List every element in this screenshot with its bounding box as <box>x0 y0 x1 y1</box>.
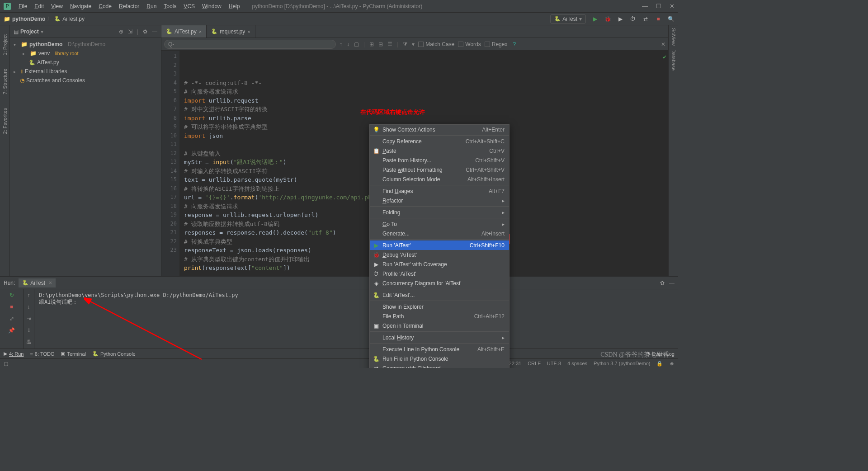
ctx-column-selection-mode[interactable]: Column Selection ModeAlt+Shift+Insert <box>370 174 509 184</box>
search-everywhere-icon[interactable]: 🔍 <box>667 15 675 23</box>
tree-external-libs[interactable]: ▸⫴ External Libraries <box>10 67 161 76</box>
stop-button[interactable]: ■ <box>655 15 662 23</box>
tree-scratches[interactable]: ◔ Scratches and Consoles <box>10 76 161 85</box>
ctx-generate-[interactable]: Generate...Alt+Insert <box>370 229 509 238</box>
run-settings-icon[interactable]: ✿ <box>660 280 665 286</box>
editor-tab-AiTest-py[interactable]: 🐍AiTest.py× <box>161 25 207 38</box>
next-match-icon[interactable]: ↓ <box>347 41 349 47</box>
menu-run[interactable]: Run <box>143 2 160 11</box>
tree-venv[interactable]: ▸📁 venv library root <box>10 49 161 58</box>
attach-button[interactable]: ⇄ <box>642 15 649 23</box>
find-input[interactable]: Q- <box>164 40 336 49</box>
ctx-run-aitest-[interactable]: ▶Run 'AiTest'Ctrl+Shift+F10 <box>370 240 509 250</box>
menu-code[interactable]: Code <box>95 2 115 11</box>
run-config-selector[interactable]: 🐍 AiTest ▾ <box>550 14 586 24</box>
rerun-icon[interactable]: ↻ <box>9 292 14 298</box>
add-selection-icon[interactable]: ⊞ <box>369 41 374 47</box>
settings-icon[interactable]: ✿ <box>143 28 147 35</box>
coverage-button[interactable]: ▶ <box>617 15 624 23</box>
status-square-icon[interactable]: ▢ <box>4 361 8 367</box>
soft-wrap-icon[interactable]: ⇥ <box>27 316 31 322</box>
maximize-button[interactable]: ☐ <box>656 3 661 9</box>
stop-process-icon[interactable]: ■ <box>10 304 13 310</box>
bottom-run[interactable]: ▶ 4: Run <box>4 351 24 357</box>
profile-button[interactable]: ⏱ <box>629 15 637 23</box>
find-help-icon[interactable]: ? <box>513 41 516 47</box>
menu-view[interactable]: View <box>48 2 66 11</box>
bottom-pyconsole[interactable]: 🐍 Python Console <box>92 351 136 357</box>
run-button[interactable]: ▶ <box>591 15 599 23</box>
menu-refactor[interactable]: Refactor <box>116 2 142 11</box>
ctx-go-to[interactable]: Go To▸ <box>370 219 509 229</box>
select-opened-icon[interactable]: ⊕ <box>119 28 123 35</box>
bottom-terminal[interactable]: ▣ Terminal <box>61 351 86 357</box>
ctx-folding[interactable]: Folding▸ <box>370 207 509 217</box>
ctx-show-context-actions[interactable]: 💡Show Context ActionsAlt+Enter <box>370 125 509 134</box>
run-hide-icon[interactable]: — <box>669 280 675 286</box>
line-ending[interactable]: CRLF <box>528 361 541 366</box>
close-button[interactable]: ✕ <box>670 3 675 9</box>
prev-match-icon[interactable]: ↑ <box>340 41 342 47</box>
file-encoding[interactable]: UTF-8 <box>547 361 561 366</box>
caret-position[interactable]: 22:31 <box>509 361 522 366</box>
regex-checkbox[interactable]: Regex <box>485 41 508 47</box>
minimize-button[interactable]: — <box>642 3 648 9</box>
tree-root[interactable]: ▾📁 pythonDemo D:\pythonDemo <box>10 40 161 49</box>
words-checkbox[interactable]: Words <box>458 41 481 47</box>
ctx-edit-aitest-[interactable]: 🐍Edit 'AiTest'... <box>370 290 509 300</box>
pin-icon[interactable]: 📌 <box>8 327 15 334</box>
tree-file-aitest[interactable]: 🐍 AiTest.py <box>10 58 161 67</box>
ctx-copy-reference[interactable]: Copy ReferenceCtrl+Alt+Shift+C <box>370 137 509 146</box>
breadcrumb-file[interactable]: AiTest.py <box>62 16 85 22</box>
select-all-occ-icon[interactable]: ☰ <box>387 41 392 47</box>
scroll-end-icon[interactable]: ⤓ <box>27 327 31 334</box>
funnel-icon[interactable]: ▾ <box>412 41 415 47</box>
ctx-paste[interactable]: 📋PasteCtrl+V <box>370 146 509 155</box>
filter-icon[interactable]: ⧩ <box>403 41 407 47</box>
ctx-concurrency-diagram-for-aitest-[interactable]: ◈Concurrency Diagram for 'AiTest' <box>370 278 509 288</box>
menu-file[interactable]: File <box>15 2 30 11</box>
menu-tools[interactable]: Tools <box>160 2 179 11</box>
ctx-run-aitest-with-coverage[interactable]: ▶Run 'AiTest' with Coverage <box>370 259 509 269</box>
ctx-debug-aitest-[interactable]: 🐞Debug 'AiTest' <box>370 250 509 259</box>
layout-icon[interactable]: ⤢ <box>9 316 14 322</box>
menu-edit[interactable]: Edit <box>31 2 47 11</box>
ctx-file-path[interactable]: File PathCtrl+Alt+F12 <box>370 311 509 321</box>
ctx-paste-from-history-[interactable]: Paste from History...Ctrl+Shift+V <box>370 155 509 165</box>
bottom-todo[interactable]: ≡ 6: TODO <box>30 351 54 357</box>
menu-navigate[interactable]: Navigate <box>67 2 94 11</box>
indent-info[interactable]: 4 spaces <box>567 361 587 366</box>
expand-all-icon[interactable]: ⇲ <box>128 28 132 35</box>
tool-database[interactable]: Database <box>671 49 676 71</box>
match-case-checkbox[interactable]: Match Case <box>418 41 454 47</box>
tool-structure[interactable]: 7: Structure <box>2 69 8 94</box>
readonly-icon[interactable]: 🔒 <box>656 361 663 367</box>
editor-tab-request-py[interactable]: 🐍request.py× <box>207 25 255 38</box>
ctx-execute-line-in-python-console[interactable]: Execute Line in Python ConsoleAlt+Shift+… <box>370 344 509 354</box>
ctx-find-usages[interactable]: Find UsagesAlt+F7 <box>370 186 509 196</box>
ctx-local-history[interactable]: Local History▸ <box>370 333 509 342</box>
menu-vcs[interactable]: VCS <box>180 2 198 11</box>
run-tab[interactable]: 🐍AiTest× <box>19 278 56 287</box>
menu-window[interactable]: Window <box>199 2 225 11</box>
debug-button[interactable]: 🐞 <box>604 15 611 23</box>
select-all-icon[interactable]: ▢ <box>354 41 359 47</box>
ctx-show-in-explorer[interactable]: Show in Explorer <box>370 302 509 311</box>
ctx-run-file-in-python-console[interactable]: 🐍Run File in Python Console <box>370 354 509 363</box>
close-find-icon[interactable]: ✕ <box>661 41 665 47</box>
ctx-compare-with-clipboard[interactable]: ⇄Compare with Clipboard <box>370 363 509 368</box>
up-stack-icon[interactable]: ↑ <box>28 292 30 298</box>
ctx-refactor[interactable]: Refactor▸ <box>370 196 509 205</box>
hector-icon[interactable]: ☻ <box>669 361 675 366</box>
tool-project[interactable]: 1: Project <box>2 34 8 55</box>
hide-panel-icon[interactable]: — <box>152 28 157 35</box>
remove-selection-icon[interactable]: ⊟ <box>378 41 383 47</box>
print-icon[interactable]: 🖶 <box>26 339 32 345</box>
interpreter-info[interactable]: Python 3.7 (pythonDemo) <box>594 361 650 366</box>
breadcrumb-project[interactable]: pythonDemo <box>12 16 45 22</box>
down-stack-icon[interactable]: ↓ <box>28 304 30 310</box>
ctx-paste-without-formatting[interactable]: Paste without FormattingCtrl+Alt+Shift+V <box>370 165 509 174</box>
tool-sciview[interactable]: SciView <box>671 28 676 46</box>
ctx-open-in-terminal[interactable]: ▣Open in Terminal <box>370 321 509 330</box>
ctx-profile-aitest-[interactable]: ⏱Profile 'AiTest' <box>370 269 509 278</box>
